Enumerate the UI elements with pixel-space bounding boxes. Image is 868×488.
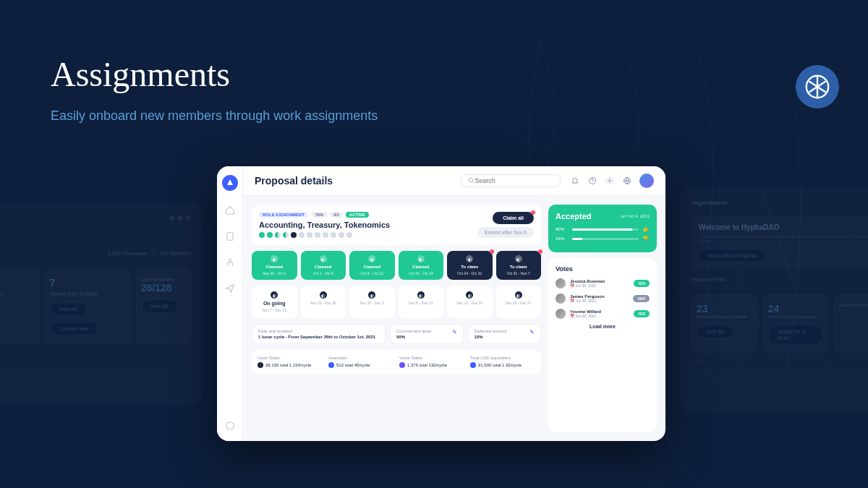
period-card[interactable]: ◐ClaimedSep 26 - Oct 1 bbox=[252, 251, 297, 280]
vote-row: Jessica Bowman📅 Jun 30, 2021YES bbox=[556, 278, 650, 288]
accepted-date: on Oct 4, 2021 bbox=[621, 214, 650, 218]
svg-point-6 bbox=[609, 180, 611, 182]
moon-icon: ◐ bbox=[466, 291, 473, 299]
tokens-card: Cash Token28,150 total 1,150/cycleAwetok… bbox=[252, 350, 541, 374]
commitment-card: ✎ Commitment level 50% bbox=[390, 324, 464, 344]
votes-card: Votes Jessica Bowman📅 Jun 30, 2021YESJam… bbox=[548, 258, 657, 432]
voter-avatar bbox=[556, 278, 566, 288]
period-card[interactable]: ◐Dec 13 - Dec 20 bbox=[447, 286, 493, 318]
brand-logo-badge bbox=[796, 65, 839, 108]
moon-icon: ◐ bbox=[271, 291, 278, 299]
period-card[interactable]: ◐Dec 6 - Dec 13 bbox=[399, 286, 444, 318]
accepted-title: Accepted bbox=[556, 212, 592, 221]
home-icon[interactable] bbox=[224, 204, 237, 217]
token-item: Voice Token1,375 total 132/cycle bbox=[399, 356, 464, 368]
moon-icon: ◐ bbox=[417, 291, 425, 299]
moon-icon: ◐ bbox=[417, 255, 425, 262]
vote-badge: YES bbox=[634, 310, 650, 317]
badge-status: ACTIVE bbox=[346, 212, 369, 218]
notification-dot-icon bbox=[531, 210, 535, 215]
main-app-window: Proposal details ROLE ASSIGNMENT 78% B3 … bbox=[217, 166, 665, 441]
hero-section: Assignments Easily onboard new members t… bbox=[51, 54, 378, 124]
svg-point-4 bbox=[469, 179, 472, 182]
badge-pct2: B3 bbox=[330, 212, 343, 218]
vote-badge: YES bbox=[634, 280, 650, 287]
badge-type: ROLE ASSIGNMENT bbox=[259, 212, 308, 218]
search-input[interactable] bbox=[475, 177, 553, 184]
period-card[interactable]: ◐Dec 20 - Dec 27 bbox=[496, 286, 542, 318]
notification-dot-icon bbox=[538, 249, 542, 254]
proposal-header-card: ROLE ASSIGNMENT 78% B3 ACTIVE Accounting… bbox=[252, 205, 541, 245]
svg-point-2 bbox=[229, 259, 231, 262]
period-card[interactable]: ◐To claimOct 24 - Oct 31 bbox=[447, 251, 493, 280]
moon-phase-row bbox=[259, 232, 390, 238]
period-card[interactable]: ◐Nov 30 - Dec 5 bbox=[349, 286, 395, 318]
token-item: Total USD equivalent21,500 total 1.32/cy… bbox=[470, 356, 535, 368]
topbar: Proposal details bbox=[243, 166, 665, 196]
moon-icon: ◐ bbox=[368, 255, 375, 262]
moon-icon: ◐ bbox=[320, 255, 327, 262]
send-icon[interactable] bbox=[224, 282, 237, 295]
svg-point-3 bbox=[226, 422, 234, 430]
voter-avatar bbox=[556, 294, 566, 304]
votes-title: Votes bbox=[556, 265, 650, 273]
hero-title: Assignments bbox=[51, 54, 378, 94]
moon-icon: ◐ bbox=[515, 255, 522, 262]
search-icon bbox=[468, 177, 475, 184]
org-icon[interactable] bbox=[224, 256, 237, 269]
document-icon[interactable] bbox=[224, 230, 237, 243]
period-card[interactable]: ◐ClaimedOct 8 - Oct 16 bbox=[349, 251, 395, 280]
load-more-button[interactable]: Load more bbox=[556, 324, 650, 329]
token-icon bbox=[328, 362, 334, 368]
help-icon[interactable] bbox=[587, 176, 597, 186]
periods-row-bottom: ◐On goingNov 7 - Nov 15◐Nov 23 - Nov 30◐… bbox=[252, 286, 541, 318]
page-title: Proposal details bbox=[255, 175, 333, 187]
token-icon bbox=[258, 362, 263, 368]
edit-icon[interactable]: ✎ bbox=[452, 329, 457, 335]
period-card[interactable]: ◐On goingNov 7 - Nov 15 bbox=[252, 286, 297, 318]
period-card[interactable]: ◐Nov 23 - Nov 30 bbox=[301, 286, 346, 318]
moon-icon: ◐ bbox=[368, 291, 375, 299]
badge-pct1: 78% bbox=[311, 212, 327, 218]
vote-row: Yvonne Willard📅 Jun 30, 2021YES bbox=[556, 309, 650, 319]
token-item: Cash Token28,150 total 1,150/cycle bbox=[258, 356, 323, 368]
notification-dot-icon bbox=[490, 249, 494, 254]
voter-avatar bbox=[556, 309, 566, 319]
moon-icon: ◐ bbox=[320, 291, 327, 299]
thumbs-down-icon: 👎 bbox=[642, 236, 650, 241]
token-item: Awetoken512 total 45/cycle bbox=[328, 356, 393, 368]
duration-card: Date and duration 1 lunar cycle · From S… bbox=[252, 324, 386, 344]
moon-icon: ◐ bbox=[271, 255, 278, 262]
deferred-card: ✎ Deferred amount 10% bbox=[468, 324, 542, 344]
thumbs-up-icon: 👍 bbox=[642, 226, 650, 232]
period-card[interactable]: ◐ClaimedOct 16 - Oct 24 bbox=[399, 251, 444, 280]
search-field[interactable] bbox=[460, 174, 561, 187]
app-logo-icon[interactable] bbox=[222, 175, 238, 191]
ghost-window-left: ⚙ ⊕ ⊖ 2,180+ Proposals | 152 Members 24t… bbox=[0, 202, 203, 405]
moon-icon: ◐ bbox=[515, 291, 522, 299]
edit-icon[interactable]: ✎ bbox=[529, 329, 535, 335]
periods-row-top: ◐ClaimedSep 26 - Oct 1◐ClaimedOct 1 - Oc… bbox=[252, 251, 541, 280]
accepted-card: Accepted on Oct 4, 2021 90%👍 15%👎 bbox=[548, 205, 657, 252]
moon-icon: ◐ bbox=[466, 255, 473, 262]
extend-button[interactable]: Extend after Nov 6 bbox=[477, 227, 534, 238]
vote-row: James Ferguson📅 Jun 30, 2021ABS bbox=[556, 294, 650, 304]
period-card[interactable]: ◐To claimOct 31 - Nov 7 bbox=[496, 251, 542, 280]
token-icon bbox=[399, 362, 405, 368]
hero-subtitle: Easily onboard new members through work … bbox=[51, 108, 378, 124]
period-card[interactable]: ◐ClaimedOct 1 - Oct 8 bbox=[301, 251, 346, 280]
compass-icon[interactable] bbox=[224, 419, 237, 432]
bell-icon[interactable] bbox=[570, 176, 580, 186]
sidebar bbox=[217, 166, 243, 441]
vote-badge: ABS bbox=[633, 295, 650, 302]
proposal-title: Accounting, Treasury, Tokenomics bbox=[259, 221, 390, 229]
token-icon bbox=[470, 362, 476, 368]
user-avatar[interactable] bbox=[639, 174, 654, 188]
gear-icon[interactable] bbox=[605, 176, 615, 186]
globe-icon[interactable] bbox=[622, 176, 632, 186]
svg-rect-1 bbox=[226, 233, 232, 241]
ghost-window-right: Organisation Welcome to HyphaDAO Lorem i… bbox=[680, 188, 868, 412]
claim-all-button[interactable]: Claim all bbox=[493, 212, 534, 224]
